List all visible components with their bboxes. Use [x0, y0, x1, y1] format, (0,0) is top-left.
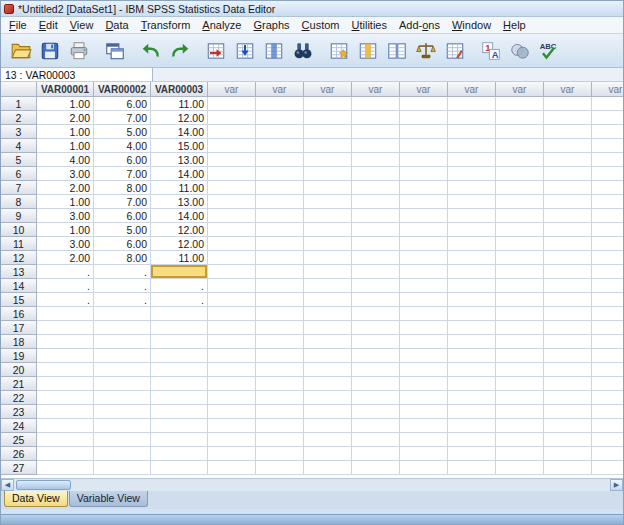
- grid-cell[interactable]: [496, 279, 544, 293]
- grid-cell[interactable]: [400, 405, 448, 419]
- grid-cell[interactable]: [94, 321, 151, 335]
- grid-cell[interactable]: [94, 335, 151, 349]
- grid-cell[interactable]: 15.00: [151, 139, 208, 153]
- insert-variable-button[interactable]: [354, 37, 382, 65]
- scroll-left-button[interactable]: ◀: [1, 479, 14, 491]
- menu-item-window[interactable]: Window: [446, 18, 497, 32]
- grid-cell[interactable]: [256, 139, 304, 153]
- grid-cell[interactable]: [208, 461, 256, 475]
- grid-cell[interactable]: [304, 237, 352, 251]
- grid-cell[interactable]: [544, 349, 592, 363]
- grid-cell[interactable]: 8.00: [94, 181, 151, 195]
- grid-cell[interactable]: [448, 461, 496, 475]
- grid-cell[interactable]: [592, 125, 623, 139]
- grid-cell[interactable]: [256, 111, 304, 125]
- tab-data-view[interactable]: Data View: [4, 491, 68, 507]
- grid-cell[interactable]: [448, 237, 496, 251]
- grid-cell[interactable]: [256, 461, 304, 475]
- grid-cell[interactable]: [208, 181, 256, 195]
- grid-cell[interactable]: [256, 377, 304, 391]
- grid-cell[interactable]: [256, 237, 304, 251]
- grid-cell[interactable]: 13.00: [151, 195, 208, 209]
- grid-cell[interactable]: .: [37, 265, 94, 279]
- grid-cell[interactable]: .: [94, 293, 151, 307]
- grid-cell[interactable]: [94, 363, 151, 377]
- grid-cell[interactable]: [400, 307, 448, 321]
- grid-cell[interactable]: [94, 405, 151, 419]
- grid-cell[interactable]: [544, 223, 592, 237]
- menu-item-analyze[interactable]: Analyze: [196, 18, 247, 32]
- grid-cell[interactable]: 4.00: [37, 153, 94, 167]
- grid-cell[interactable]: 2.00: [37, 251, 94, 265]
- grid-cell[interactable]: .: [37, 279, 94, 293]
- grid-cell[interactable]: [208, 293, 256, 307]
- grid-cell[interactable]: [400, 139, 448, 153]
- grid-cell[interactable]: 5.00: [94, 223, 151, 237]
- grid-cell[interactable]: [37, 349, 94, 363]
- grid-cell[interactable]: [94, 419, 151, 433]
- grid-cell[interactable]: [304, 97, 352, 111]
- grid-cell[interactable]: [544, 279, 592, 293]
- grid-cell[interactable]: 7.00: [94, 195, 151, 209]
- grid-cell[interactable]: [208, 377, 256, 391]
- grid-cell[interactable]: [37, 307, 94, 321]
- grid-cell[interactable]: 1.00: [37, 195, 94, 209]
- grid-cell[interactable]: [151, 307, 208, 321]
- grid-cell[interactable]: 3.00: [37, 209, 94, 223]
- row-header[interactable]: 1: [1, 97, 37, 111]
- grid-cell[interactable]: [592, 377, 623, 391]
- grid-cell[interactable]: [352, 97, 400, 111]
- grid-cell[interactable]: 12.00: [151, 111, 208, 125]
- insert-cases-button[interactable]: [325, 37, 353, 65]
- grid-cell[interactable]: [208, 265, 256, 279]
- grid-cell[interactable]: [544, 139, 592, 153]
- grid-cell[interactable]: [208, 349, 256, 363]
- grid-cell[interactable]: [400, 97, 448, 111]
- grid-cell[interactable]: [448, 125, 496, 139]
- row-header[interactable]: 10: [1, 223, 37, 237]
- grid-cell[interactable]: [208, 111, 256, 125]
- grid-cell[interactable]: [592, 139, 623, 153]
- grid-cell[interactable]: [94, 433, 151, 447]
- menu-item-file[interactable]: File: [3, 18, 33, 32]
- grid-cell[interactable]: [400, 335, 448, 349]
- grid-cell[interactable]: [496, 433, 544, 447]
- grid-cell[interactable]: [208, 307, 256, 321]
- grid-cell[interactable]: 1.00: [37, 97, 94, 111]
- grid-cell[interactable]: [256, 391, 304, 405]
- grid-cell[interactable]: [304, 139, 352, 153]
- row-header[interactable]: 5: [1, 153, 37, 167]
- grid-cell[interactable]: [94, 391, 151, 405]
- row-header[interactable]: 24: [1, 419, 37, 433]
- grid-cell[interactable]: [151, 363, 208, 377]
- grid-cell[interactable]: 2.00: [37, 111, 94, 125]
- value-labels-button[interactable]: 1A: [477, 37, 505, 65]
- grid-cell[interactable]: [352, 167, 400, 181]
- grid-cell[interactable]: [448, 181, 496, 195]
- grid-cell[interactable]: [304, 279, 352, 293]
- use-sets-button[interactable]: [506, 37, 534, 65]
- grid-cell[interactable]: 2.00: [37, 181, 94, 195]
- row-header[interactable]: 17: [1, 321, 37, 335]
- grid-cell[interactable]: .: [151, 293, 208, 307]
- grid-cell[interactable]: [592, 419, 623, 433]
- grid-cell[interactable]: [544, 195, 592, 209]
- column-header[interactable]: VAR00001: [37, 82, 94, 97]
- grid-cell[interactable]: [352, 391, 400, 405]
- grid-cell[interactable]: [448, 209, 496, 223]
- row-header[interactable]: 23: [1, 405, 37, 419]
- grid-cell[interactable]: [400, 391, 448, 405]
- grid-cell[interactable]: [448, 405, 496, 419]
- grid-cell[interactable]: [304, 377, 352, 391]
- grid-cell[interactable]: [256, 97, 304, 111]
- grid-cell[interactable]: [256, 433, 304, 447]
- grid-cell[interactable]: [256, 251, 304, 265]
- grid-cell[interactable]: [151, 321, 208, 335]
- grid-cell[interactable]: [256, 153, 304, 167]
- grid-cell[interactable]: [256, 419, 304, 433]
- grid-cell[interactable]: [448, 293, 496, 307]
- grid-cell[interactable]: [256, 307, 304, 321]
- grid-cell[interactable]: [400, 209, 448, 223]
- grid-cell[interactable]: [352, 265, 400, 279]
- grid-cell[interactable]: [544, 391, 592, 405]
